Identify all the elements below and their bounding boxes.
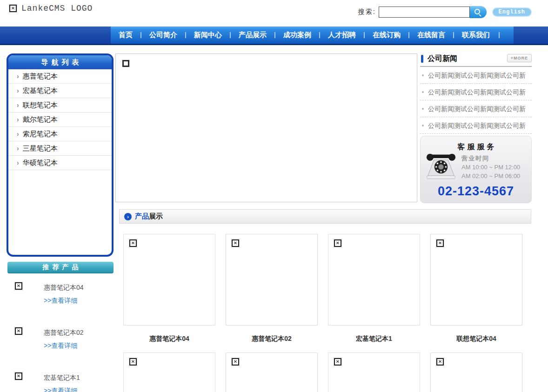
bullet-icon: [422, 125, 424, 126]
sidebar-category[interactable]: 惠普笔记本: [8, 69, 112, 84]
nav-item[interactable]: 在线订购: [365, 31, 408, 40]
recommended-product-name[interactable]: 宏基笔记本1: [44, 374, 80, 382]
products-grid-row2: [119, 352, 533, 392]
product-name[interactable]: 宏基笔记本1: [328, 335, 420, 343]
sidebar-category[interactable]: 戴尔笔记本: [8, 113, 112, 127]
more-button[interactable]: +MORE: [507, 54, 532, 62]
news-item-text[interactable]: 公司新闻测试公司新闻测试公司新: [428, 105, 526, 113]
category-list: 惠普笔记本 宏基笔记本 联想笔记本 戴尔笔记本 索尼笔记本 三星笔记本 华硕笔记…: [8, 69, 112, 170]
nav-item[interactable]: 公司简介: [141, 31, 185, 40]
product-image-box[interactable]: [226, 234, 318, 326]
company-news-header: 公司新闻 +MORE: [420, 53, 532, 67]
nav-item[interactable]: 产品展示: [231, 31, 274, 40]
broken-image-icon: [15, 282, 22, 290]
broken-image-icon: [129, 358, 137, 365]
business-hours-line1: AM 10:00 ~ PM 12:00: [461, 163, 520, 172]
view-detail-link[interactable]: >>查看详细: [44, 297, 77, 305]
broken-image-icon: [334, 239, 341, 247]
recommended-product: 惠普笔记本04 >>查看详细: [7, 277, 114, 322]
nav-item[interactable]: 首页: [111, 31, 140, 40]
broken-image-icon: [436, 239, 444, 247]
broken-image-icon: [232, 358, 239, 365]
product-image-box[interactable]: [123, 234, 215, 326]
sidebar-category[interactable]: 三星笔记本: [8, 141, 112, 156]
broken-image-icon: [9, 5, 17, 12]
recommended-product: 惠普笔记本02 >>查看详细: [7, 322, 114, 367]
broken-image-icon: [122, 60, 129, 67]
search-input[interactable]: [379, 7, 470, 18]
recommended-product-name[interactable]: 惠普笔记本04: [44, 284, 84, 292]
sidebar-category[interactable]: 华硕笔记本: [8, 156, 112, 170]
logo-text: LankeCMS LOGO: [21, 4, 93, 13]
company-news-title: 公司新闻: [428, 54, 457, 64]
products-title-highlight: 产品: [135, 212, 149, 221]
recommended-product: 宏基笔记本1 >>查看详细: [7, 367, 114, 392]
products-title-rest: 展示: [149, 212, 163, 221]
service-phone-number: 02-123-4567: [421, 184, 531, 199]
bullet-icon: [422, 74, 424, 76]
top-header: LankeCMS LOGO 搜索: English: [0, 0, 548, 27]
broken-image-icon: [15, 372, 22, 380]
product-image-box[interactable]: [123, 352, 215, 392]
product-name[interactable]: 联想笔记本04: [430, 335, 522, 343]
broken-image-icon: [334, 358, 341, 365]
nav-item[interactable]: 在线留言: [409, 31, 453, 40]
search-button[interactable]: [470, 6, 487, 18]
sidebar-category[interactable]: 宏基笔记本: [8, 84, 112, 98]
search-icon: [474, 9, 480, 14]
telephone-icon: [423, 151, 459, 182]
news-item-text[interactable]: 公司新闻测试公司新闻测试公司新: [428, 122, 526, 129]
news-item[interactable]: 公司新闻测试公司新闻测试公司新: [420, 67, 532, 84]
product-card[interactable]: 宏基笔记本1: [328, 234, 420, 343]
logo[interactable]: LankeCMS LOGO: [9, 4, 93, 13]
company-news-panel: 公司新闻 +MORE 公司新闻测试公司新闻测试公司新 公司新闻测试公司新闻测试公…: [420, 53, 532, 134]
search-area: 搜索: English: [358, 6, 532, 18]
product-card[interactable]: [226, 352, 318, 392]
recommended-product-name[interactable]: 惠普笔记本02: [44, 329, 84, 337]
product-card[interactable]: 惠普笔记本02: [226, 234, 318, 343]
view-detail-link[interactable]: >>查看详细: [44, 387, 77, 392]
product-image-box[interactable]: [430, 234, 522, 326]
nav-item[interactable]: 人才招聘: [320, 31, 364, 40]
recommended-products-list: 惠普笔记本04 >>查看详细 惠普笔记本02 >>查看详细 宏基笔记本1 >>查…: [7, 277, 114, 392]
product-card[interactable]: [328, 352, 420, 392]
product-image-box[interactable]: [226, 352, 318, 392]
customer-service-box: 客服服务 营业时间 AM 10:00 ~ PM 12:00 AM 02:00 ~…: [420, 136, 532, 203]
product-image-box[interactable]: [328, 234, 420, 326]
sidebar-category[interactable]: 索尼笔记本: [8, 127, 112, 141]
bullet-icon: [422, 91, 424, 93]
news-item[interactable]: 公司新闻测试公司新闻测试公司新: [420, 84, 532, 100]
business-hours-line2: AM 02:00 ~ PM 06:00: [461, 172, 520, 180]
broken-image-icon: [129, 239, 137, 247]
products-grid-row1: 惠普笔记本04 惠普笔记本02 宏基笔记本1 联想笔记本04: [119, 234, 533, 343]
product-card[interactable]: 惠普笔记本04: [123, 234, 215, 343]
product-image-box[interactable]: [328, 352, 420, 392]
news-item[interactable]: 公司新闻测试公司新闻测试公司新: [420, 117, 532, 134]
english-language-button[interactable]: English: [492, 7, 532, 17]
news-item-text[interactable]: 公司新闻测试公司新闻测试公司新: [428, 88, 526, 96]
product-image-box[interactable]: [430, 352, 522, 392]
product-card[interactable]: [430, 352, 522, 392]
nav-item[interactable]: 成功案例: [275, 31, 319, 40]
page: LankeCMS LOGO 搜索: English 首页 公司简介: [0, 0, 548, 392]
broken-image-icon: [15, 327, 22, 335]
product-card[interactable]: 联想笔记本04: [430, 234, 522, 343]
banner-image-area: [115, 53, 417, 202]
broken-image-icon: [232, 239, 239, 247]
nav-item[interactable]: 新闻中心: [186, 31, 230, 40]
sidebar-category[interactable]: 联想笔记本: [8, 98, 112, 113]
recommended-products-title: 推荐产品: [7, 262, 114, 273]
product-name[interactable]: 惠普笔记本02: [226, 335, 318, 343]
product-name[interactable]: 惠普笔记本04: [123, 335, 215, 343]
bullet-icon: [422, 108, 424, 110]
title-bar-icon: [421, 55, 423, 63]
news-item-text[interactable]: 公司新闻测试公司新闻测试公司新: [428, 72, 526, 79]
products-section-header: › 产品 展示: [119, 209, 531, 224]
customer-service-title: 客服服务: [421, 136, 531, 152]
product-card[interactable]: [123, 352, 215, 392]
news-item[interactable]: 公司新闻测试公司新闻测试公司新: [420, 100, 532, 117]
nav-item[interactable]: 联系我们: [454, 31, 498, 40]
news-list: 公司新闻测试公司新闻测试公司新 公司新闻测试公司新闻测试公司新 公司新闻测试公司…: [420, 67, 532, 134]
view-detail-link[interactable]: >>查看详细: [44, 342, 77, 350]
broken-image-icon: [436, 358, 444, 365]
